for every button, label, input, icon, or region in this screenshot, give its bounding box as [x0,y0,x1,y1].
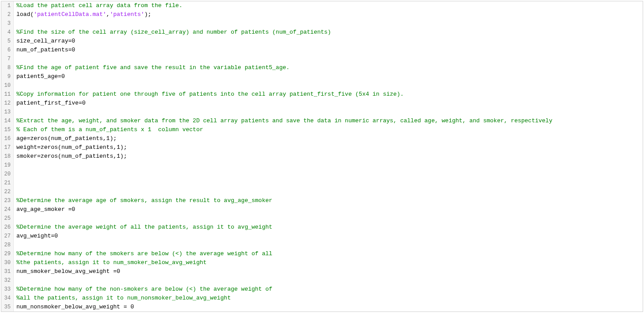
code-content[interactable]: %all the patients, assign it to num_nons… [14,294,643,303]
line-number: 30 [1,258,14,267]
code-content[interactable] [14,241,643,249]
code-content[interactable]: age=zeros(num_of_patients,1); [14,134,643,143]
code-content[interactable]: % Each of them is a num_of_patients x 1 … [14,125,643,134]
code-line[interactable]: 16age=zeros(num_of_patients,1); [1,134,643,143]
code-content[interactable] [14,187,643,196]
line-number: 21 [1,179,14,187]
code-line[interactable]: 29%Determine how many of the smokers are… [1,249,643,258]
code-content[interactable]: avg_weight=0 [14,232,643,241]
code-line[interactable]: 20 [1,170,643,179]
code-line[interactable]: 31num_smoker_below_avg_weight =0 [1,267,643,276]
code-token: patient5_age=0 [16,73,65,80]
code-line[interactable]: 33%Determine how many of the non-smokers… [1,285,643,294]
code-line[interactable]: 15% Each of them is a num_of_patients x … [1,125,643,134]
line-number: 26 [1,223,14,232]
code-content[interactable]: num_nonsmoker_below_avg_weight = 0 [14,303,643,311]
code-content[interactable]: %Determine the average age of smokers, a… [14,196,643,205]
code-line[interactable]: 9patient5_age=0 [1,72,643,81]
code-line[interactable]: 11%Copy information for patient one thro… [1,90,643,99]
code-content[interactable]: %Find the age of patient five and save t… [14,63,643,72]
line-number: 14 [1,117,14,125]
code-content[interactable]: %Extract the age, weight, and smoker dat… [14,117,643,125]
code-content[interactable] [14,179,643,187]
code-line[interactable]: 30%the patients, assign it to num_smoker… [1,258,643,267]
code-token: ); [144,11,152,18]
code-line[interactable]: 24avg_age_smoker =0 [1,205,643,214]
code-line[interactable]: 6num_of_patients=0 [1,46,643,54]
line-number: 24 [1,205,14,214]
code-line[interactable]: 5size_cell_array=0 [1,37,643,46]
code-token: , [106,11,110,18]
code-line[interactable]: 28 [1,241,643,249]
code-token: %Determine how many of the non-smokers a… [16,286,272,292]
code-content[interactable] [14,81,643,90]
code-line[interactable]: 26%Determine the average weight of all t… [1,223,643,232]
code-content[interactable] [14,108,643,117]
code-content[interactable] [14,214,643,223]
code-content[interactable]: %Copy information for patient one throug… [14,90,643,99]
code-content[interactable]: %Determine the average weight of all the… [14,223,643,232]
code-content[interactable] [14,276,643,285]
code-content[interactable] [14,170,643,179]
code-line[interactable]: 7 [1,54,643,63]
code-line[interactable]: 13 [1,108,643,117]
line-number: 31 [1,267,14,276]
code-token: age=zeros(num_of_patients,1); [16,135,117,142]
code-line[interactable]: 12patient_first_five=0 [1,99,643,108]
code-content[interactable] [14,161,643,170]
code-content[interactable]: weight=zeros(num_of_patients,1); [14,143,643,152]
code-token: %Find the age of patient five and save t… [16,64,289,71]
line-number: 19 [1,161,14,170]
code-token: %Determine the average age of smokers, a… [16,197,272,204]
code-line[interactable]: 23%Determine the average age of smokers,… [1,196,643,205]
code-content[interactable]: %Determine how many of the smokers are b… [14,249,643,258]
code-line[interactable]: 14%Extract the age, weight, and smoker d… [1,117,643,125]
line-number: 17 [1,143,14,152]
code-line[interactable]: 25 [1,214,643,223]
code-content[interactable]: num_smoker_below_avg_weight =0 [14,267,643,276]
code-line[interactable]: 10 [1,81,643,90]
code-line[interactable]: 22 [1,187,643,196]
code-line[interactable]: 34%all the patients, assign it to num_no… [1,294,643,303]
code-content[interactable]: patient5_age=0 [14,72,643,81]
code-line[interactable]: 19 [1,161,643,170]
code-line[interactable]: 18smoker=zeros(num_of_patients,1); [1,152,643,161]
code-line[interactable]: 8%Find the age of patient five and save … [1,63,643,72]
code-line[interactable]: 4%Find the size of the cell array (size_… [1,28,643,37]
code-line[interactable]: 21 [1,179,643,187]
code-line[interactable]: 17weight=zeros(num_of_patients,1); [1,143,643,152]
code-token: load( [16,11,34,18]
code-line[interactable]: 27avg_weight=0 [1,232,643,241]
code-token: %Determine the average weight of all the… [16,224,272,230]
code-line[interactable]: 3 [1,19,643,28]
line-number: 28 [1,241,14,249]
code-content[interactable]: %Determine how many of the non-smokers a… [14,285,643,294]
code-content[interactable]: patient_first_five=0 [14,99,643,108]
line-number: 16 [1,134,14,143]
code-line[interactable]: 2load('patientCellData.mat','patients'); [1,10,643,19]
code-content[interactable]: %Find the size of the cell array (size_c… [14,28,643,37]
code-content[interactable]: smoker=zeros(num_of_patients,1); [14,152,643,161]
line-number: 22 [1,187,14,196]
code-content[interactable] [14,19,643,28]
code-line[interactable]: 1%Load the patient cell array data from … [1,1,643,10]
code-line[interactable]: 35num_nonsmoker_below_avg_weight = 0 [1,303,643,311]
code-token: %the patients, assign it to num_smoker_b… [16,259,207,266]
code-editor[interactable]: 1%Load the patient cell array data from … [1,1,643,312]
code-content[interactable]: num_of_patients=0 [14,46,643,54]
code-content[interactable]: avg_age_smoker =0 [14,205,643,214]
line-number: 6 [1,46,14,54]
code-token: % Each of them is a num_of_patients x 1 … [16,126,203,133]
code-content[interactable]: load('patientCellData.mat','patients'); [14,10,643,19]
code-content[interactable] [14,54,643,63]
code-content[interactable]: %the patients, assign it to num_smoker_b… [14,258,643,267]
code-content[interactable]: size_cell_array=0 [14,37,643,46]
code-token: num_nonsmoker_below_avg_weight = 0 [16,304,134,310]
code-token: %Copy information for patient one throug… [16,91,404,97]
line-number: 9 [1,72,14,81]
line-number: 23 [1,196,14,205]
code-line[interactable]: 32 [1,276,643,285]
line-number: 18 [1,152,14,161]
code-token: weight=zeros(num_of_patients,1); [16,144,127,151]
code-content[interactable]: %Load the patient cell array data from t… [14,1,643,10]
